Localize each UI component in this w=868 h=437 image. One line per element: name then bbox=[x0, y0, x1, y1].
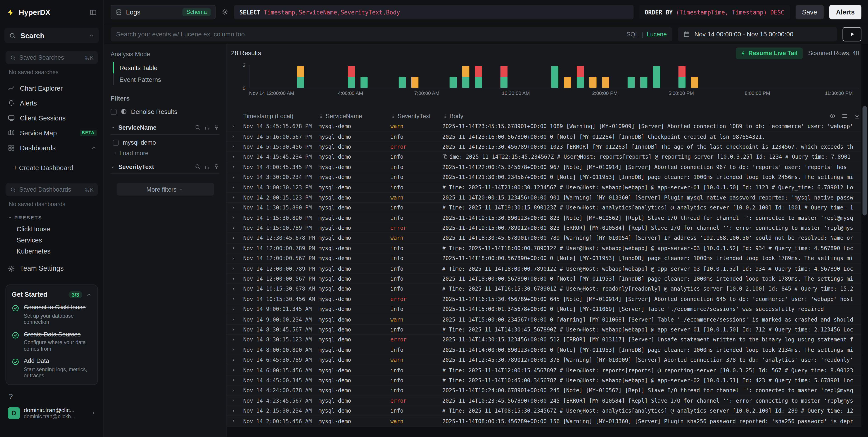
log-row[interactable]: Nov 14 4:15:45.234 PMmysql-demoinfoime: … bbox=[227, 152, 868, 162]
histogram-bar[interactable] bbox=[360, 77, 368, 88]
expand-row-icon[interactable] bbox=[231, 175, 236, 179]
log-row[interactable]: Nov 14 10:15:30.456 AMmysql-demoerror202… bbox=[227, 294, 868, 304]
get-started-item[interactable]: Create Data SourcesConfigure where your … bbox=[11, 331, 92, 352]
drag-grip-icon[interactable] bbox=[390, 113, 395, 119]
histogram-plot-area[interactable] bbox=[249, 65, 859, 88]
log-row[interactable]: Nov 14 1:15:30.890 PMmysql-demoinfo2025-… bbox=[227, 213, 868, 223]
sidebar-item-client-sessions[interactable]: Client Sessions bbox=[0, 110, 103, 125]
histogram-bar[interactable] bbox=[411, 77, 418, 88]
log-row[interactable]: Nov 14 9:00:01.345 AMmysql-demoinfo2025-… bbox=[227, 304, 868, 314]
alerts-button[interactable]: Alerts bbox=[829, 5, 862, 19]
sql-select-input[interactable]: SELECT Timestamp,ServiceName,SeverityTex… bbox=[234, 5, 634, 19]
denoise-checkbox[interactable] bbox=[111, 108, 117, 114]
expand-row-icon[interactable] bbox=[231, 388, 236, 393]
chart-icon[interactable] bbox=[204, 124, 210, 130]
histogram-bar[interactable] bbox=[297, 66, 304, 88]
lucene-search-box[interactable]: SQL | Lucene bbox=[111, 27, 672, 41]
log-row[interactable]: Nov 14 5:16:00.567 PMmysql-demoinfo2025-… bbox=[227, 132, 868, 142]
preset-item-kubernetes[interactable]: Kubernetes bbox=[0, 246, 103, 257]
log-row[interactable]: Nov 14 4:00:45.345 PMmysql-demoinfo2025-… bbox=[227, 162, 868, 172]
histogram-bar[interactable] bbox=[589, 77, 596, 88]
checkbox[interactable] bbox=[113, 139, 119, 145]
log-row[interactable]: Nov 14 5:45:15.678 PMmysql-demowarn2025-… bbox=[227, 122, 868, 132]
copy-icon[interactable] bbox=[442, 154, 448, 159]
get-started-header[interactable]: Get Started 3/3 bbox=[11, 291, 92, 298]
log-row[interactable]: Nov 14 1:30:15.890 PMmysql-demoinfo# Tim… bbox=[227, 203, 868, 213]
vertical-scrollbar[interactable] bbox=[862, 44, 868, 437]
histogram-bar[interactable] bbox=[551, 66, 558, 88]
log-row[interactable]: Nov 14 12:00:00.567 PMmysql-demoinfo2025… bbox=[227, 254, 868, 264]
histogram-bar[interactable] bbox=[475, 66, 482, 88]
search-icon[interactable] bbox=[194, 124, 200, 130]
log-row[interactable]: Nov 14 12:00:00.789 PMmysql-demoinfo# Ti… bbox=[227, 264, 868, 274]
analysis-mode-event-patterns[interactable]: Event Patterns bbox=[113, 73, 220, 85]
row-density-icon[interactable] bbox=[841, 113, 848, 119]
chevron-right-icon[interactable] bbox=[111, 164, 115, 169]
expand-row-icon[interactable] bbox=[231, 337, 236, 342]
expand-row-icon[interactable] bbox=[231, 327, 236, 332]
log-row[interactable]: Nov 14 1:15:00.789 PMmysql-demoerror2025… bbox=[227, 223, 868, 233]
expand-row-icon[interactable] bbox=[231, 287, 236, 291]
lucene-mode-toggle[interactable]: Lucene bbox=[647, 31, 667, 37]
load-more-button[interactable]: Load more bbox=[111, 146, 220, 156]
preset-item-services[interactable]: Services bbox=[0, 235, 103, 246]
filter-option-mysql-demo[interactable]: mysql-demo bbox=[111, 135, 220, 146]
log-row[interactable]: Nov 14 2:15:30.234 AMmysql-demoinfo# Tim… bbox=[227, 406, 868, 416]
chevron-up-icon[interactable] bbox=[88, 32, 95, 38]
log-row[interactable]: Nov 14 4:24:00.678 AMmysql-demoinfo2025-… bbox=[227, 386, 868, 396]
expand-row-icon[interactable] bbox=[231, 307, 236, 312]
column-header-body[interactable]: Body bbox=[442, 113, 860, 119]
log-row[interactable]: Nov 14 3:00:30.123 PMmysql-demoinfo# Tim… bbox=[227, 182, 868, 193]
expand-row-icon[interactable] bbox=[231, 134, 236, 139]
histogram-bar[interactable] bbox=[564, 77, 571, 88]
expand-row-icon[interactable] bbox=[231, 155, 236, 159]
presets-section-toggle[interactable]: PRESETS bbox=[8, 215, 103, 220]
histogram-bar[interactable] bbox=[627, 77, 634, 88]
date-range-picker[interactable]: Nov 14 00:00:00 - Nov 15 00:00:00 bbox=[678, 27, 837, 41]
sidebar-item-service-map[interactable]: Service MapBETA bbox=[0, 125, 103, 140]
resume-live-tail-button[interactable]: Resume Live Tail bbox=[736, 47, 803, 59]
schema-badge[interactable]: Schema bbox=[183, 8, 211, 15]
histogram-bar[interactable] bbox=[653, 66, 660, 88]
expand-row-icon[interactable] bbox=[231, 256, 236, 261]
histogram-bar[interactable] bbox=[576, 66, 584, 88]
filter-group-servicename[interactable]: ServiceName bbox=[111, 121, 220, 135]
expand-row-icon[interactable] bbox=[231, 368, 236, 372]
source-select[interactable]: Logs Schema bbox=[111, 5, 216, 19]
code-view-icon[interactable] bbox=[829, 113, 836, 119]
log-row[interactable]: Nov 14 8:00:00.890 AMmysql-demoinfo2025-… bbox=[227, 345, 868, 355]
sql-mode-toggle[interactable]: SQL bbox=[626, 31, 639, 37]
expand-row-icon[interactable] bbox=[231, 226, 236, 230]
expand-row-icon[interactable] bbox=[231, 398, 236, 403]
log-row[interactable]: Nov 14 12:00:00.789 PMmysql-demoinfo# Ti… bbox=[227, 243, 868, 254]
log-row[interactable]: Nov 14 9:00:00.234 AMmysql-demowarn2025-… bbox=[227, 314, 868, 325]
histogram-bar[interactable] bbox=[462, 66, 469, 88]
histogram-bar[interactable] bbox=[449, 77, 456, 88]
get-started-item[interactable]: Add DataStart sending logs, metrics, or … bbox=[11, 358, 92, 379]
expand-row-icon[interactable] bbox=[231, 276, 236, 281]
log-row[interactable]: Nov 14 2:00:15.456 AMmysql-demowarn2025-… bbox=[227, 416, 868, 426]
download-icon[interactable] bbox=[854, 113, 860, 119]
expand-row-icon[interactable] bbox=[231, 215, 236, 220]
expand-row-icon[interactable] bbox=[231, 205, 236, 210]
saved-dashboards-button[interactable]: Saved Dashboards ⌘K bbox=[5, 183, 98, 196]
histogram-bar[interactable] bbox=[602, 77, 609, 88]
expand-row-icon[interactable] bbox=[231, 236, 236, 240]
histogram-bar[interactable] bbox=[347, 66, 354, 88]
expand-row-icon[interactable] bbox=[231, 185, 236, 190]
expand-row-icon[interactable] bbox=[231, 165, 236, 169]
denoise-results-toggle[interactable]: Denoise Results bbox=[111, 108, 220, 115]
column-header-timestamp[interactable]: Timestamp (Local) bbox=[243, 113, 318, 119]
log-row[interactable]: Nov 14 5:15:30.456 PMmysql-demoerror2025… bbox=[227, 142, 868, 152]
histogram-bar[interactable] bbox=[678, 66, 685, 88]
sidebar-item-dashboards[interactable]: Dashboards bbox=[0, 140, 103, 155]
expand-row-icon[interactable] bbox=[231, 144, 236, 149]
log-row[interactable]: Nov 14 4:45:00.345 AMmysql-demoinfo# Tim… bbox=[227, 375, 868, 386]
sidebar-item-team-settings[interactable]: Team Settings bbox=[0, 261, 103, 276]
histogram-bar[interactable] bbox=[500, 66, 507, 88]
expand-row-icon[interactable] bbox=[231, 246, 236, 250]
events-histogram[interactable]: Nov 14 12:00:00 AM4:00:00 AM7:00:00 AM10… bbox=[227, 62, 868, 97]
expand-row-icon[interactable] bbox=[231, 378, 236, 382]
source-settings-gear-icon[interactable] bbox=[221, 8, 228, 15]
expand-row-icon[interactable] bbox=[231, 297, 236, 301]
